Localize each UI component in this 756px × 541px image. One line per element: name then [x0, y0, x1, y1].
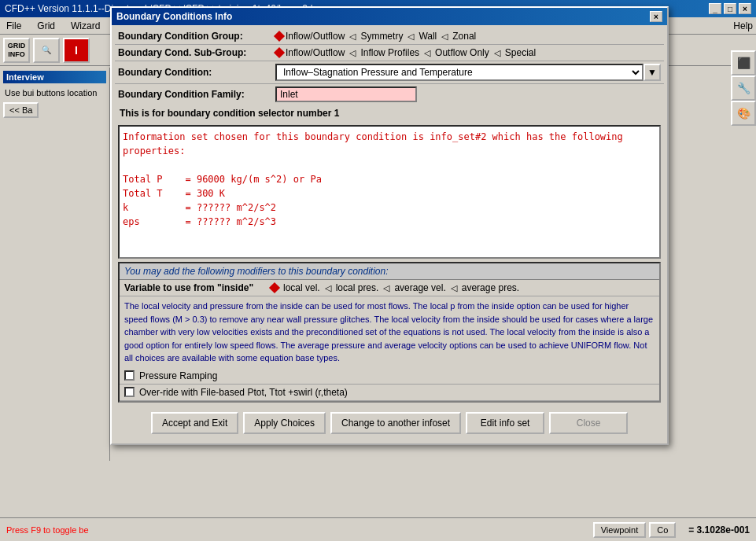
bc-group-inflow-outflow[interactable]: Inflow/Outflow: [275, 31, 345, 42]
modal-overlay: Boundary Conditions Info × Boundary Cond…: [0, 0, 756, 541]
var-option-avg-vel[interactable]: average vel.: [394, 282, 445, 293]
modal-title-bar: Boundary Conditions Info ×: [112, 8, 667, 25]
checkbox-override-label: Over-ride with File-based Ptot, Ttot +sw…: [139, 387, 348, 398]
bc-subgroup-label: Boundary Cond. Sub-Group:: [118, 47, 275, 58]
bc-subgroup-option-1[interactable]: Inflow/Outflow: [286, 47, 345, 58]
modal-close-icon[interactable]: ×: [650, 11, 662, 22]
bc-subgroup-option-4[interactable]: Special: [505, 47, 536, 58]
checkbox-override-row: Over-ride with File-based Ptot, Ttot +sw…: [120, 385, 659, 401]
checkbox-pressure-ramping-label: Pressure Ramping: [139, 370, 217, 381]
var-option-local-pres[interactable]: local pres.: [336, 282, 379, 293]
bc-subgroup-special[interactable]: Special: [505, 47, 536, 58]
bc-group-wall[interactable]: Wall: [419, 31, 437, 42]
bc-group-option-3[interactable]: Wall: [419, 31, 437, 42]
bc-group-zonal[interactable]: Zonal: [452, 31, 476, 42]
checkbox-pressure-ramping-row: Pressure Ramping: [120, 368, 659, 385]
var-label-2[interactable]: local pres.: [336, 282, 379, 293]
selector-info: This is for boundary condition selector …: [115, 105, 664, 122]
description-text: The local velocity and pressure from the…: [120, 296, 659, 368]
radio-diamond-1: [274, 31, 285, 42]
var-label-1[interactable]: local vel.: [283, 282, 320, 293]
edit-info-set-button[interactable]: Edit info set: [466, 412, 544, 434]
bc-family-input[interactable]: [275, 86, 417, 102]
description-content: The local velocity and pressure from the…: [124, 301, 653, 363]
apply-choices-button[interactable]: Apply Choices: [243, 412, 326, 434]
radio-diamond-2: [274, 47, 285, 58]
bc-subgroup-options: Inflow/Outflow ◁ Inflow Profiles ◁ Outfl…: [275, 47, 661, 58]
bc-group-label: Boundary Condition Group:: [118, 31, 275, 42]
bc-condition-label: Boundary Condition:: [118, 67, 275, 78]
bc-family-label: Boundary Condition Family:: [118, 89, 275, 100]
bc-group-option-1[interactable]: Inflow/Outflow: [286, 31, 345, 42]
info-text-content: Information set chosen for this boundary…: [123, 130, 656, 229]
checkbox-pressure-ramping[interactable]: [124, 370, 135, 381]
info-text-area[interactable]: Information set chosen for this boundary…: [118, 125, 661, 259]
close-button[interactable]: Close: [549, 412, 628, 434]
modal-body: Boundary Condition Group: Inflow/Outflow…: [112, 25, 667, 443]
change-infoset-button[interactable]: Change to another infoset: [330, 412, 461, 434]
bc-subgroup-inflow-profiles[interactable]: Inflow Profiles: [360, 47, 419, 58]
var-option-local-vel[interactable]: local vel.: [283, 282, 320, 293]
bc-subgroup-option-2[interactable]: Inflow Profiles: [360, 47, 419, 58]
bc-group-option-4[interactable]: Zonal: [452, 31, 476, 42]
bc-condition-row: Boundary Condition: Inflow–Stagnation Pr…: [115, 61, 664, 84]
var-option-avg-pres[interactable]: average pres.: [462, 282, 519, 293]
bc-condition-dropdown-arrow[interactable]: ▼: [644, 64, 661, 81]
bc-group-row: Boundary Condition Group: Inflow/Outflow…: [115, 28, 664, 45]
bottom-buttons: Accept and Exit Apply Choices Change to …: [115, 406, 664, 440]
variable-label: Variable to use from "inside": [124, 282, 266, 293]
bc-condition-select[interactable]: Inflow–Stagnation Pressure and Temperatu…: [275, 64, 644, 81]
bc-subgroup-row: Boundary Cond. Sub-Group: Inflow/Outflow…: [115, 45, 664, 61]
variable-row: Variable to use from "inside" local vel.…: [120, 280, 659, 296]
bc-group-options: Inflow/Outflow ◁ Symmetry ◁ Wall ◁ Zonal: [275, 31, 661, 42]
accept-exit-button[interactable]: Accept and Exit: [151, 412, 238, 434]
bc-family-row: Boundary Condition Family:: [115, 84, 664, 105]
bc-subgroup-inflow-outflow[interactable]: Inflow/Outflow: [275, 47, 345, 58]
checkbox-override[interactable]: [124, 387, 135, 397]
var-label-4[interactable]: average pres.: [462, 282, 519, 293]
bc-subgroup-outflow-only[interactable]: Outflow Only: [435, 47, 489, 58]
radio-diamond-3: [269, 282, 280, 293]
bc-subgroup-option-3[interactable]: Outflow Only: [435, 47, 489, 58]
modifiers-section: You may add the following modifiers to t…: [118, 262, 661, 403]
boundary-conditions-dialog: Boundary Conditions Info × Boundary Cond…: [110, 6, 669, 445]
bc-group-symmetry[interactable]: Symmetry: [360, 31, 403, 42]
modal-title: Boundary Conditions Info: [116, 11, 232, 22]
bc-group-option-2[interactable]: Symmetry: [360, 31, 403, 42]
var-label-3[interactable]: average vel.: [394, 282, 445, 293]
modifiers-title: You may add the following modifiers to t…: [120, 263, 659, 280]
